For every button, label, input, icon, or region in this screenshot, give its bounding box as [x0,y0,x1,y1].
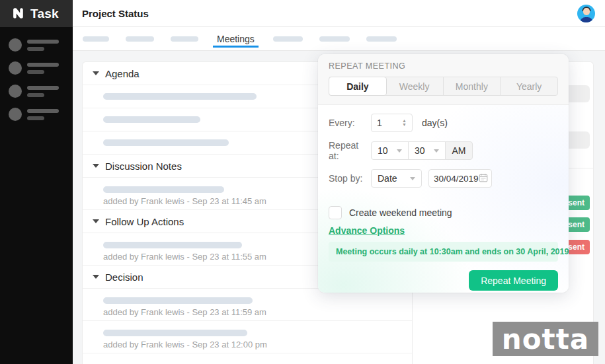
repeat-at-row: Repeat at: 10 30 AM [329,140,558,161]
stop-by-label: Stop by: [329,173,371,184]
tab-skeleton [319,36,350,42]
decision-row: added by Frank lewis - Sep 23 at 12:00 p… [83,321,412,353]
skeleton-text-bar [103,330,247,336]
top-header: Project Status [73,0,605,27]
repeat-meeting-modal: REPEAT MEETING Daily Weekly Monthly Year… [318,54,569,293]
logo-text: Task [30,7,59,21]
skeleton-avatar [9,85,22,98]
hour-select[interactable]: 10 [371,141,409,160]
tab-bar: Meetings [73,27,605,51]
avatar-torso [580,17,592,22]
tab-yearly[interactable]: Yearly [501,77,557,95]
note-meta: added by Frank lewis - Sep 23 at 11:59 a… [103,307,412,317]
stepper-down-icon[interactable]: ▼ [402,123,407,127]
advance-options-link[interactable]: Advance Options [329,225,405,236]
chevron-down-icon [397,149,402,153]
every-value: 1 [377,118,382,128]
sidebar: Task [0,0,73,364]
tab-skeleton [273,36,303,42]
meridiem-toggle[interactable]: AM [445,141,473,160]
stop-by-row: Stop by: Date 30/04/2019 [329,169,558,188]
tab-skeleton [171,36,198,42]
stop-mode-select[interactable]: Date [371,169,422,188]
app-logo: Task [0,0,73,27]
tab-meetings[interactable]: Meetings [215,27,257,50]
notta-watermark: notta [493,322,598,356]
collapse-caret-icon [93,219,99,223]
weekend-checkbox-row: Create weekend meeting [329,206,558,219]
modal-title: REPEAT MEETING [329,61,558,71]
repeat-meeting-button[interactable]: Repeat Meeting [469,270,558,291]
every-suffix: day(s) [422,118,448,128]
modal-header: REPEAT MEETING Daily Weekly Monthly Year… [318,54,569,105]
sidebar-skeleton-item [9,38,73,52]
calendar-icon [479,173,488,184]
tab-skeleton [126,36,154,42]
page-title: Project Status [82,8,149,19]
weekend-checkbox-label: Create weekend meeting [349,207,452,218]
tab-daily[interactable]: Daily [329,77,387,96]
note-meta: added by Frank lewis - Sep 23 at 12:00 p… [103,340,412,349]
sidebar-skeleton-item [9,85,73,98]
repeat-at-label: Repeat at: [329,140,371,161]
skeleton-text-bar [103,116,200,123]
modal-body: Every: 1 ▲ ▼ day(s) Repeat at: 10 30 [318,105,569,293]
collapse-caret-icon [93,71,99,75]
skeleton-avatar [9,108,22,121]
skeleton-text-bar [103,297,253,304]
tab-skeleton [83,36,109,42]
stop-date-input[interactable]: 30/04/2019 [428,169,492,188]
decision-row: added by Frank lewis - Sep 23 at 11:59 a… [83,289,412,321]
ntask-logo-icon [11,5,25,22]
tab-weekly[interactable]: Weekly [386,77,444,95]
skeleton-text-bar [103,93,257,100]
collapse-caret-icon [93,164,99,168]
skeleton-avatar [9,61,22,75]
user-avatar[interactable] [577,5,595,22]
sidebar-skeleton-item [9,61,73,75]
skeleton-text-bar [103,186,224,193]
avatar-face [583,8,590,15]
chevron-down-icon [434,149,439,153]
tab-skeleton [366,36,397,42]
sidebar-skeleton-item [9,108,73,121]
number-stepper[interactable]: ▲ ▼ [402,119,407,127]
weekend-checkbox[interactable] [329,206,342,219]
collapse-caret-icon [93,275,99,279]
recurrence-summary: Meeting occurs daily at 10:30am and ends… [329,242,558,262]
skeleton-text-bar [103,139,229,146]
chevron-down-icon [410,177,415,180]
tab-monthly[interactable]: Monthly [444,77,501,95]
minute-select[interactable]: 30 [408,141,446,160]
skeleton-avatar [9,38,22,52]
every-label: Every: [329,118,371,128]
frequency-tabs: Daily Weekly Monthly Yearly [329,77,558,96]
skeleton-text-bar [103,242,242,248]
every-input[interactable]: 1 ▲ ▼ [371,114,413,132]
every-row: Every: 1 ▲ ▼ day(s) [329,114,558,132]
